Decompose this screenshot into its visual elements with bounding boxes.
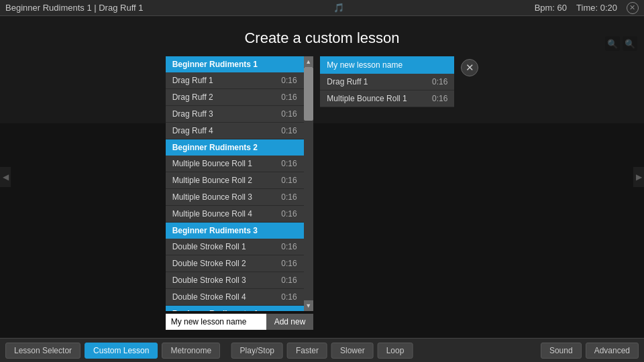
list-item[interactable]: Multiple Bounce Roll 40:16 bbox=[166, 206, 304, 223]
input-row: Add new bbox=[166, 314, 314, 330]
bottom-center: Play/Stop Faster Slower Loop bbox=[231, 343, 413, 359]
lesson-label: Drag Ruff 2 bbox=[172, 93, 213, 102]
list-item[interactable]: Drag Ruff 20:16 bbox=[166, 89, 304, 106]
play-stop-button[interactable]: Play/Stop bbox=[231, 343, 283, 359]
list-item[interactable]: Drag Ruff 30:16 bbox=[166, 106, 304, 123]
list-item[interactable]: Multiple Bounce Roll 10:16 bbox=[166, 156, 304, 172]
title-bar-center: 🎵 bbox=[333, 3, 344, 13]
left-list: Beginner Rudiments 1Drag Ruff 10:16Drag … bbox=[166, 56, 304, 311]
custom-lesson-title: My new lesson name bbox=[327, 60, 402, 70]
sound-button[interactable]: Sound bbox=[541, 343, 582, 359]
category-item[interactable]: Beginner Rudiments 2 bbox=[166, 139, 304, 156]
lesson-duration: 0:16 bbox=[281, 176, 297, 185]
metronome-button[interactable]: Metronome bbox=[162, 343, 220, 359]
lesson-label: Double Stroke Roll 3 bbox=[172, 276, 246, 285]
right-list-item[interactable]: Drag Ruff 10:16 bbox=[320, 74, 454, 90]
add-new-button[interactable]: Add new bbox=[266, 314, 314, 330]
right-lesson-label: Drag Ruff 1 bbox=[327, 77, 368, 86]
scroll-track bbox=[304, 67, 313, 300]
lesson-label: Multiple Bounce Roll 3 bbox=[172, 192, 252, 202]
list-item[interactable]: Drag Ruff 10:16 bbox=[166, 72, 304, 89]
list-item[interactable]: Double Stroke Roll 30:16 bbox=[166, 272, 304, 289]
lesson-label: Drag Ruff 3 bbox=[172, 109, 213, 119]
right-lesson-duration: 0:16 bbox=[432, 77, 447, 86]
list-item[interactable]: Multiple Bounce Roll 20:16 bbox=[166, 172, 304, 189]
advanced-button[interactable]: Advanced bbox=[586, 343, 639, 359]
lesson-label: Double Stroke Roll 1 bbox=[172, 242, 246, 251]
left-panel: Beginner Rudiments 1Drag Ruff 10:16Drag … bbox=[166, 56, 314, 330]
lesson-label: Double Stroke Roll 4 bbox=[172, 292, 246, 302]
lesson-duration: 0:16 bbox=[281, 242, 297, 251]
bottom-left: Lesson Selector Custom Lesson Metronome bbox=[5, 343, 220, 359]
right-list: Drag Ruff 10:16Multiple Bounce Roll 10:1… bbox=[320, 74, 454, 107]
lesson-duration: 0:16 bbox=[281, 93, 297, 102]
category-item[interactable]: Beginner Rudiments 4 bbox=[166, 306, 304, 311]
lesson-selector-button[interactable]: Lesson Selector bbox=[5, 343, 80, 359]
lesson-label: Multiple Bounce Roll 2 bbox=[172, 176, 252, 185]
lesson-duration: 0:16 bbox=[281, 126, 297, 135]
lesson-duration: 0:16 bbox=[281, 109, 297, 119]
right-list-item[interactable]: Multiple Bounce Roll 10:16 bbox=[320, 90, 454, 107]
title-bar-left: Beginner Rudiments 1 | Drag Ruff 1 bbox=[5, 3, 143, 13]
list-item[interactable]: Drag Ruff 40:16 bbox=[166, 123, 304, 139]
loop-button[interactable]: Loop bbox=[378, 343, 413, 359]
lesson-duration: 0:16 bbox=[281, 76, 297, 85]
bpm-display: Bpm: 60 bbox=[535, 3, 567, 13]
faster-button[interactable]: Faster bbox=[287, 343, 327, 359]
time-display: Time: 0:20 bbox=[576, 3, 617, 13]
left-scrollbar[interactable]: ▲ ▼ bbox=[304, 56, 313, 311]
scroll-down-button[interactable]: ▼ bbox=[304, 300, 313, 311]
lesson-label: Multiple Bounce Roll 4 bbox=[172, 209, 252, 219]
scroll-up-button[interactable]: ▲ bbox=[304, 56, 313, 67]
slower-button[interactable]: Slower bbox=[331, 343, 374, 359]
lesson-duration: 0:16 bbox=[281, 159, 297, 168]
lesson-duration: 0:16 bbox=[281, 259, 297, 268]
lesson-label: Drag Ruff 4 bbox=[172, 126, 213, 135]
lesson-name-input[interactable] bbox=[166, 314, 266, 330]
right-lesson-label: Multiple Bounce Roll 1 bbox=[327, 94, 407, 103]
list-item[interactable]: Double Stroke Roll 40:16 bbox=[166, 289, 304, 306]
modal-body: Beginner Rudiments 1Drag Ruff 10:16Drag … bbox=[166, 56, 479, 330]
list-item[interactable]: Double Stroke Roll 10:16 bbox=[166, 239, 304, 255]
lesson-duration: 0:16 bbox=[281, 292, 297, 302]
remove-button[interactable]: ✕ bbox=[461, 59, 478, 76]
custom-lesson-button[interactable]: Custom Lesson bbox=[85, 343, 158, 359]
category-item[interactable]: Beginner Rudiments 3 bbox=[166, 223, 304, 239]
lesson-label: Multiple Bounce Roll 1 bbox=[172, 159, 252, 168]
scroll-thumb[interactable] bbox=[304, 67, 313, 121]
lesson-duration: 0:16 bbox=[281, 192, 297, 202]
lesson-label: Double Stroke Roll 2 bbox=[172, 259, 246, 268]
bottom-right: Sound Advanced bbox=[541, 343, 639, 359]
title-bar: Beginner Rudiments 1 | Drag Ruff 1 🎵 Bpm… bbox=[0, 0, 644, 16]
close-button[interactable]: ✕ bbox=[627, 2, 639, 14]
modal-overlay: Create a custom lesson Beginner Rudiment… bbox=[0, 16, 644, 338]
title-bar-right: Bpm: 60 Time: 0:20 ✕ bbox=[535, 2, 639, 14]
lesson-label: Drag Ruff 1 bbox=[172, 76, 213, 85]
category-item[interactable]: Beginner Rudiments 1 bbox=[166, 56, 304, 72]
modal-title: Create a custom lesson bbox=[244, 29, 399, 47]
list-item[interactable]: Multiple Bounce Roll 30:16 bbox=[166, 189, 304, 206]
right-panel: My new lesson name Drag Ruff 10:16Multip… bbox=[320, 56, 454, 107]
list-item[interactable]: Double Stroke Roll 20:16 bbox=[166, 255, 304, 272]
custom-lesson-header: My new lesson name bbox=[320, 56, 454, 74]
right-lesson-duration: 0:16 bbox=[432, 94, 447, 103]
lesson-duration: 0:16 bbox=[281, 209, 297, 219]
lesson-duration: 0:16 bbox=[281, 276, 297, 285]
bottom-bar: Lesson Selector Custom Lesson Metronome … bbox=[0, 338, 644, 362]
